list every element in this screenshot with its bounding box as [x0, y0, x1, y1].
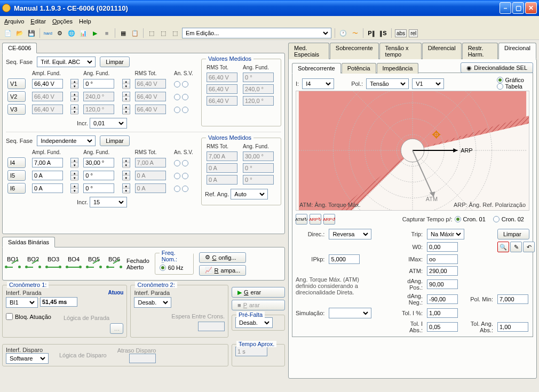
tool4-icon[interactable]: ⬚	[158, 28, 168, 38]
hard-icon[interactable]: hard	[43, 28, 53, 38]
s-icon[interactable]: ‖S	[378, 28, 388, 38]
i5-an[interactable]	[174, 173, 180, 179]
menu-opcoes[interactable]: Opções	[52, 18, 73, 25]
tabela-radio[interactable]	[497, 83, 503, 90]
polmin-input[interactable]	[497, 294, 528, 304]
i6-ang[interactable]	[83, 183, 114, 193]
limpar-direc-button[interactable]: Limpar	[497, 229, 529, 239]
crono2-combo[interactable]: Desab.	[136, 299, 170, 306]
v1-ampl[interactable]	[32, 79, 63, 89]
window-close[interactable]: ✕	[525, 2, 537, 14]
i5-sv[interactable]	[182, 173, 188, 179]
play-icon[interactable]: ▶	[90, 28, 100, 38]
i6-an[interactable]	[174, 186, 180, 192]
imax-input[interactable]	[427, 254, 458, 264]
direc-sel-button[interactable]: ◉ Direcionalidade SEL	[461, 62, 533, 73]
i5-button[interactable]: I5	[7, 170, 26, 181]
rampa-button[interactable]: 📈 Rampa...	[199, 265, 247, 276]
tool1-icon[interactable]: ▦	[118, 28, 128, 38]
toliabs-input[interactable]	[427, 322, 458, 332]
tab-sobrecorrente[interactable]: Sobrecorrente	[330, 43, 379, 59]
i4-ang-spin[interactable]: ▲▼	[122, 158, 130, 167]
subtab-potencia[interactable]: Potência	[342, 63, 376, 74]
arp-rot1-button[interactable]: ARP↻	[310, 214, 321, 225]
gerar-button[interactable]: ▶ Gerar	[232, 287, 285, 298]
tab-diferencial[interactable]: Diferencial	[422, 43, 462, 59]
atm-input[interactable]	[427, 266, 458, 276]
i4-an[interactable]	[174, 160, 180, 166]
clock-icon[interactable]: 🕐	[338, 28, 348, 38]
save-icon[interactable]: 💾	[27, 28, 36, 38]
toli-input[interactable]	[427, 308, 458, 318]
subtab-sobrecorrente[interactable]: Sobrecorrente	[292, 63, 341, 74]
zoom-icon[interactable]: 🔍	[497, 242, 509, 252]
i-combo[interactable]: I4	[304, 80, 332, 87]
i6-ang-spin[interactable]: ▲▼	[122, 183, 130, 193]
logica-parada-btn[interactable]: …	[110, 323, 123, 334]
i6-ampl[interactable]	[32, 183, 63, 193]
tool2-icon[interactable]: 📋	[130, 28, 140, 38]
abs-button[interactable]: abs	[395, 29, 407, 37]
bloq-check[interactable]	[6, 313, 13, 320]
atm-rot-button[interactable]: ATM↻	[296, 214, 307, 225]
v1-sv[interactable]	[182, 81, 188, 87]
i6-button[interactable]: I6	[7, 183, 26, 194]
menu-editar[interactable]: Editar	[30, 18, 46, 25]
brush-icon[interactable]: ✎	[510, 242, 522, 252]
v1-an[interactable]	[174, 81, 180, 87]
tab-med-especiais[interactable]: Med. Especiais	[288, 43, 329, 59]
interf-disparo-combo[interactable]: Software	[7, 355, 47, 362]
v3-ampl-spin[interactable]: ▲▼	[70, 105, 78, 114]
grafico-radio[interactable]	[497, 77, 503, 83]
parar-button[interactable]: ■ Parar	[232, 300, 285, 310]
open-icon[interactable]: 📂	[15, 28, 25, 38]
tool5-icon[interactable]: ⬚	[170, 28, 180, 38]
config-button[interactable]: ⚙ Config...	[199, 252, 247, 263]
v3-sv[interactable]	[182, 107, 188, 113]
dneg-input[interactable]	[427, 294, 458, 304]
v3-ang-spin[interactable]: ▲▼	[122, 105, 130, 114]
bo2-switch[interactable]	[26, 263, 40, 271]
crono1-time[interactable]	[40, 297, 77, 307]
bo1-switch[interactable]	[6, 263, 20, 271]
v3-an[interactable]	[174, 107, 180, 113]
menu-arquivo[interactable]: AArquivorquivo	[4, 18, 24, 25]
v3-button[interactable]: V3	[7, 104, 26, 115]
v2-ang-spin[interactable]: ▲▼	[122, 92, 130, 101]
cron02-radio[interactable]	[493, 216, 500, 222]
menu-help[interactable]: Help	[79, 18, 91, 25]
arp-rot2-button[interactable]: ARP↺	[323, 214, 335, 225]
i4-button[interactable]: I4	[7, 157, 26, 168]
bi1-combo[interactable]: BI1	[7, 299, 36, 306]
freq-60-radio[interactable]	[160, 265, 166, 271]
wave-icon[interactable]: 〜	[350, 28, 360, 38]
v1-ang-spin[interactable]: ▲▼	[122, 79, 130, 89]
undo-icon[interactable]: ↶	[523, 242, 535, 252]
bo3-switch[interactable]	[46, 263, 60, 271]
window-minimize[interactable]: –	[500, 2, 511, 14]
i5-ang[interactable]	[83, 171, 114, 180]
incr-i-combo[interactable]: 15	[91, 198, 125, 206]
limpar-i-button[interactable]: Limpar	[100, 135, 130, 146]
direc-combo[interactable]: Reversa	[330, 230, 370, 238]
tab-tensao-tempo[interactable]: Tensão x tempo	[379, 43, 422, 59]
incr-v-combo[interactable]: 0,01	[91, 119, 125, 127]
p-icon[interactable]: P‖	[367, 28, 376, 38]
ipkp-input[interactable]	[329, 254, 360, 264]
seq-fase-v-combo[interactable]: Trif. Equil. ABC	[38, 58, 94, 66]
v1-ampl-spin[interactable]: ▲▼	[70, 79, 78, 89]
tab-saidas[interactable]: Saídas Binárias	[2, 237, 55, 247]
v2-an[interactable]	[174, 94, 180, 100]
pol-ch-combo[interactable]: V1	[414, 80, 442, 87]
bo4-switch[interactable]	[67, 263, 81, 271]
tab-direcional[interactable]: Direcional	[498, 43, 536, 59]
bo5-switch[interactable]	[87, 263, 101, 271]
bo6-switch[interactable]	[107, 263, 121, 271]
seq-fase-i-combo[interactable]: Independente	[38, 137, 94, 145]
subtab-impedancia[interactable]: Impedância	[377, 63, 419, 74]
limpar-v-button[interactable]: Limpar	[100, 57, 130, 67]
v2-button[interactable]: V2	[7, 91, 26, 102]
i5-ampl-spin[interactable]: ▲▼	[70, 171, 78, 180]
v1-button[interactable]: V1	[7, 78, 26, 89]
cron01-radio[interactable]	[455, 216, 461, 222]
